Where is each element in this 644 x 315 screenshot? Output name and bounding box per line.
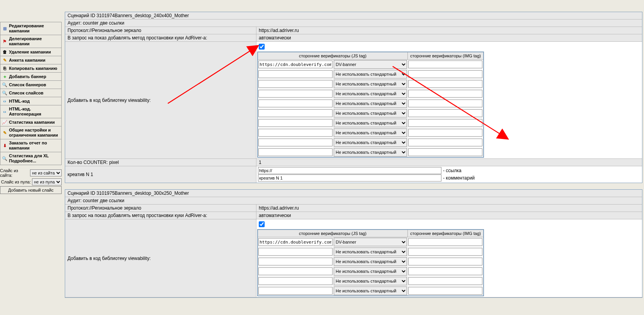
verifier-url-input[interactable] (258, 100, 333, 107)
verifier-url-input[interactable] (258, 258, 333, 265)
side-add-banner[interactable]: ＋Добавить баннер (0, 72, 62, 80)
scenario-title: Сценарий ID 3101975Banners_desktop_300x2… (65, 190, 642, 197)
flag-icon: ⚑ (2, 39, 7, 44)
verifier-row: Не использовать стандартный (258, 69, 484, 79)
verifier-img-input[interactable] (408, 100, 482, 107)
verifier-type-select[interactable]: DV-banner (334, 238, 407, 246)
side-label: HTML-код (9, 99, 30, 104)
side-delete-campaign[interactable]: 🗑Удаление кампании (0, 48, 62, 56)
side-settings-limits[interactable]: ✎Общие настройки и ограничения кампании (0, 126, 62, 139)
verifier-url-input[interactable] (258, 70, 333, 78)
side-label: Список слайсов (9, 91, 43, 96)
verifier-img-input[interactable] (408, 148, 482, 156)
side-banner-list[interactable]: 🔍Список баннеров (0, 80, 62, 89)
slice-site-select[interactable]: не из сайта (30, 169, 62, 176)
side-copy-campaign[interactable]: ⎘Копировать кампанию (0, 64, 62, 72)
verifier-img-input[interactable] (408, 61, 482, 68)
verifier-type-select[interactable]: Не использовать стандартный (334, 267, 407, 276)
verifier-type-select[interactable]: Не использовать стандартный (334, 287, 407, 295)
add-slice-button[interactable]: Добавить новый слайс (0, 186, 62, 194)
verifier-type-select[interactable]: Не использовать стандартный (334, 70, 407, 78)
side-campaign-form[interactable]: ✎Анкета кампании (0, 56, 62, 64)
verifier-url-input[interactable] (258, 109, 333, 117)
protocol-value: https://ad.adriver.ru (256, 205, 642, 212)
creative-comment-input[interactable] (258, 174, 441, 182)
verifier-img-input[interactable] (408, 90, 482, 98)
verifier-url-input[interactable] (258, 267, 333, 275)
viewability-checkbox[interactable] (259, 221, 265, 227)
download-icon: ⬇ (2, 143, 7, 148)
verifier-url-input[interactable] (258, 90, 333, 98)
verifier-row: Не использовать стандартный (258, 286, 484, 296)
creative-label: креатив N 1 (65, 166, 256, 183)
verifier-row: Не использовать стандартный (258, 79, 484, 89)
viewability-checkbox[interactable] (259, 44, 265, 50)
verifier-row: Не использовать стандартный (258, 257, 484, 267)
verifier-type-select[interactable]: Не использовать стандартный (334, 109, 407, 117)
verifier-img-input[interactable] (408, 109, 482, 117)
verifier-type-select[interactable]: Не использовать стандартный (334, 257, 407, 266)
verifier-url-input[interactable] (258, 129, 333, 137)
verifier-url-input[interactable] (258, 139, 333, 146)
verifier-url-input[interactable] (258, 287, 333, 295)
verifier-url-input[interactable] (258, 277, 333, 285)
side-order-report[interactable]: ⬇Заказать отчет по кампании (0, 139, 62, 152)
verifier-type-select[interactable]: Не использовать стандартный (334, 128, 407, 137)
verifier-img-input[interactable] (408, 277, 482, 285)
verifier-type-select[interactable]: Не использовать стандартный (334, 247, 407, 256)
verifier-img-input[interactable] (408, 139, 482, 146)
side-slice-list[interactable]: 🔍Список слайсов (0, 89, 62, 97)
plus-icon: ＋ (2, 74, 7, 79)
verifier-row: Не использовать стандартный (258, 89, 484, 99)
slice-pool-label: Слайс из пула: (1, 180, 31, 184)
th-img: сторонние верификаторы (IMG tag) (408, 52, 484, 60)
verifier-img-input[interactable] (408, 70, 482, 78)
side-stats-xl[interactable]: 🔍Статистика для XL Подробнее... (0, 152, 62, 165)
verifier-url-input[interactable] (258, 248, 333, 256)
verifier-row: Не использовать стандартный (258, 148, 484, 158)
side-html-autogen[interactable]: ‹›HTML-код. Автогенерация (0, 105, 62, 118)
verifier-type-select[interactable]: Не использовать стандартный (334, 148, 407, 157)
verifier-url-input[interactable] (258, 238, 333, 246)
verifier-type-select[interactable]: Не использовать стандартный (334, 89, 407, 98)
verifier-img-input[interactable] (408, 287, 482, 295)
verifier-img-input[interactable] (408, 248, 482, 256)
side-label: Статистика для XL Подробнее... (9, 153, 60, 164)
code-icon: ‹› (2, 98, 7, 104)
scenario-audit: Аудит: counter две ссылки (65, 197, 642, 205)
creative-link-input[interactable] (258, 167, 441, 174)
verifier-url-input[interactable] (258, 80, 333, 88)
verifier-type-select[interactable]: DV-banner (334, 60, 407, 69)
verifier-img-input[interactable] (408, 238, 482, 246)
scenario-block-2: Сценарий ID 3101975Banners_desktop_300x2… (65, 189, 642, 298)
verifier-type-select[interactable]: Не использовать стандартный (334, 138, 407, 147)
verifier-url-input[interactable] (258, 61, 333, 68)
search-icon: 🔍 (2, 82, 7, 87)
cookie-label: В запрос на показ добавлять метод проста… (65, 34, 256, 41)
side-edit-campaign[interactable]: ⊞Редактирование кампании (0, 22, 62, 35)
verifier-img-input[interactable] (408, 119, 482, 127)
cookie-value: автоматически (256, 34, 642, 41)
verifier-type-select[interactable]: Не использовать стандартный (334, 277, 407, 285)
verifier-row: Не использовать стандартный (258, 128, 484, 138)
side-html-code[interactable]: ‹›HTML-код (0, 97, 62, 105)
main-content: Сценарий ID 3101974Banners_desktop_240x4… (62, 0, 644, 299)
cookie-value: автоматически (256, 212, 642, 219)
verifier-img-input[interactable] (408, 129, 482, 137)
viewability-label: Добавить в код библиотеку viewability: (65, 42, 256, 158)
verifier-type-select[interactable]: Не использовать стандартный (334, 80, 407, 88)
verifier-img-input[interactable] (408, 80, 482, 88)
creative-comment-suffix: - комментарий (443, 175, 475, 181)
slice-pool-select[interactable]: не из пула (32, 178, 62, 185)
verifier-type-select[interactable]: Не использовать стандартный (334, 119, 407, 127)
side-label: Добавить баннер (9, 74, 46, 79)
verifier-type-select[interactable]: Не использовать стандартный (334, 99, 407, 108)
protocol-value: https://ad.adriver.ru (256, 27, 642, 34)
side-stats[interactable]: 📈Статистика кампании (0, 118, 62, 126)
verifier-img-input[interactable] (408, 258, 482, 265)
verifier-url-input[interactable] (258, 148, 333, 156)
verifier-img-input[interactable] (408, 267, 482, 275)
side-delegate-campaign[interactable]: ⚑Делегирование кампании (0, 35, 62, 48)
verifier-url-input[interactable] (258, 119, 333, 127)
viewability-label: Добавить в код библиотеку viewability: (65, 219, 256, 297)
